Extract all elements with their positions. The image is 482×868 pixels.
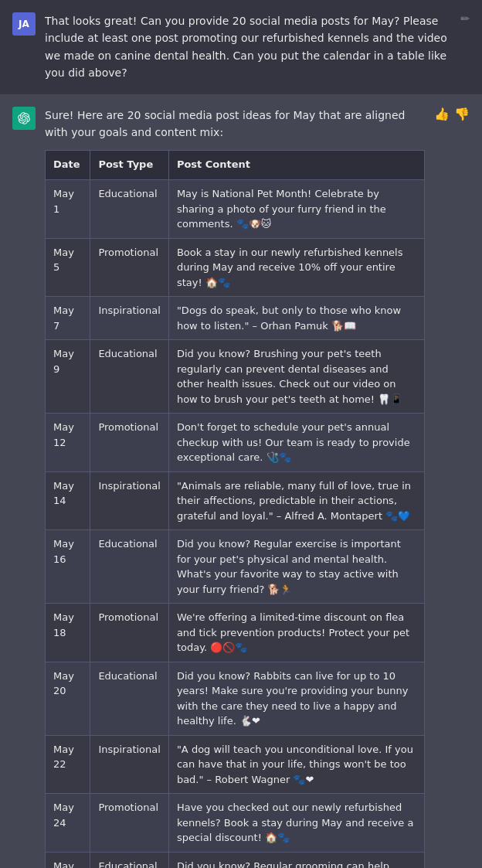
table-row: May 22Inspirational"A dog will teach you… bbox=[46, 735, 425, 794]
user-text: That looks great! Can you provide 20 soc… bbox=[45, 12, 451, 82]
col-header-date: Date bbox=[46, 151, 90, 180]
col-header-type: Post Type bbox=[90, 151, 169, 180]
content-cell: Book a stay in our newly refurbished ken… bbox=[168, 238, 424, 297]
date-cell: May 22 bbox=[46, 735, 90, 794]
type-cell: Educational bbox=[90, 852, 169, 868]
table-row: May 16EducationalDid you know? Regular e… bbox=[46, 530, 425, 604]
type-cell: Educational bbox=[90, 662, 169, 735]
date-cell: May 16 bbox=[46, 530, 90, 604]
type-cell: Promotional bbox=[90, 604, 169, 662]
date-cell: May 7 bbox=[46, 297, 90, 340]
content-cell: Don't forget to schedule your pet's annu… bbox=[168, 414, 424, 472]
content-cell: "Animals are reliable, many full of love… bbox=[168, 471, 424, 530]
table-row: May 5PromotionalBook a stay in our newly… bbox=[46, 238, 425, 297]
type-cell: Educational bbox=[90, 530, 169, 604]
type-cell: Educational bbox=[90, 340, 169, 414]
date-cell: May 12 bbox=[46, 414, 90, 472]
table-row: May 12PromotionalDon't forget to schedul… bbox=[46, 414, 425, 472]
feedback-icons: 👍 👎 bbox=[434, 107, 470, 868]
date-cell: May 18 bbox=[46, 604, 90, 662]
table-row: May 20EducationalDid you know? Rabbits c… bbox=[46, 662, 425, 735]
ai-content: Sure! Here are 20 social media post idea… bbox=[45, 107, 425, 868]
type-cell: Inspirational bbox=[90, 471, 169, 530]
edit-icon[interactable]: ✏️ bbox=[460, 12, 470, 82]
ai-intro: Sure! Here are 20 social media post idea… bbox=[45, 107, 425, 141]
ai-avatar bbox=[12, 107, 36, 130]
user-message: JA That looks great! Can you provide 20 … bbox=[0, 0, 482, 94]
date-cell: May 5 bbox=[46, 238, 90, 297]
type-cell: Promotional bbox=[90, 794, 169, 853]
table-row: May 26EducationalDid you know? Regular g… bbox=[46, 852, 425, 868]
date-cell: May 1 bbox=[46, 180, 90, 239]
content-cell: Did you know? Regular grooming can help … bbox=[168, 852, 424, 868]
type-cell: Inspirational bbox=[90, 735, 169, 794]
date-cell: May 14 bbox=[46, 471, 90, 530]
content-cell: Did you know? Regular exercise is import… bbox=[168, 530, 424, 604]
social-media-table: Date Post Type Post Content May 1Educati… bbox=[45, 150, 425, 868]
ai-message: Sure! Here are 20 social media post idea… bbox=[0, 94, 482, 868]
date-cell: May 24 bbox=[46, 794, 90, 853]
table-row: May 1EducationalMay is National Pet Mont… bbox=[46, 180, 425, 239]
table-row: May 9EducationalDid you know? Brushing y… bbox=[46, 340, 425, 414]
content-cell: "A dog will teach you unconditional love… bbox=[168, 735, 424, 794]
type-cell: Promotional bbox=[90, 238, 169, 297]
type-cell: Educational bbox=[90, 180, 169, 239]
content-cell: May is National Pet Month! Celebrate by … bbox=[168, 180, 424, 239]
table-row: May 14Inspirational"Animals are reliable… bbox=[46, 471, 425, 530]
content-cell: Did you know? Rabbits can live for up to… bbox=[168, 662, 424, 735]
content-cell: Did you know? Brushing your pet's teeth … bbox=[168, 340, 424, 414]
table-row: May 7Inspirational"Dogs do speak, but on… bbox=[46, 297, 425, 340]
date-cell: May 20 bbox=[46, 662, 90, 735]
table-row: May 24PromotionalHave you checked out ou… bbox=[46, 794, 425, 853]
type-cell: Promotional bbox=[90, 414, 169, 472]
thumbs-up-icon[interactable]: 👍 bbox=[434, 107, 450, 868]
date-cell: May 26 bbox=[46, 852, 90, 868]
date-cell: May 9 bbox=[46, 340, 90, 414]
user-avatar: JA bbox=[12, 12, 36, 36]
type-cell: Inspirational bbox=[90, 297, 169, 340]
content-cell: We're offering a limited-time discount o… bbox=[168, 604, 424, 662]
thumbs-down-icon[interactable]: 👎 bbox=[454, 107, 470, 868]
content-cell: Have you checked out our newly refurbish… bbox=[168, 794, 424, 853]
content-cell: "Dogs do speak, but only to those who kn… bbox=[168, 297, 424, 340]
col-header-content: Post Content bbox=[168, 151, 424, 180]
table-row: May 18PromotionalWe're offering a limite… bbox=[46, 604, 425, 662]
